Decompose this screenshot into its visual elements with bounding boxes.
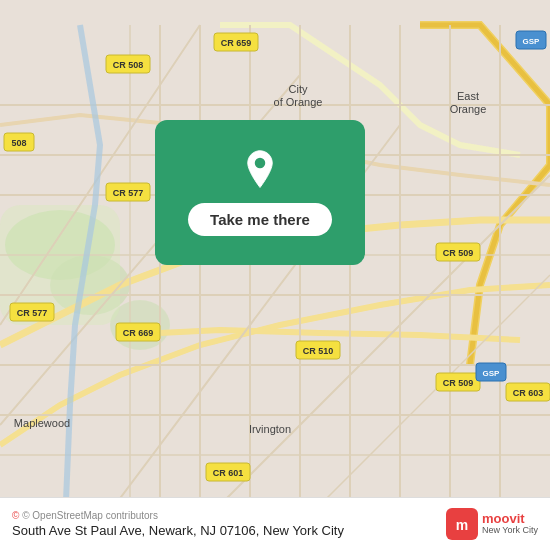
svg-text:GSP: GSP <box>483 369 501 378</box>
svg-text:of Orange: of Orange <box>274 96 323 108</box>
svg-text:CR 508: CR 508 <box>113 60 144 70</box>
svg-text:CR 659: CR 659 <box>221 38 252 48</box>
svg-text:Irvington: Irvington <box>249 423 291 435</box>
svg-text:CR 510: CR 510 <box>303 346 334 356</box>
svg-point-54 <box>255 158 266 169</box>
svg-text:Orange: Orange <box>450 103 487 115</box>
svg-text:CR 509: CR 509 <box>443 378 474 388</box>
svg-text:m: m <box>456 517 468 533</box>
svg-text:GSP: GSP <box>523 37 541 46</box>
svg-text:East: East <box>457 90 479 102</box>
map-svg: CR 659 CR 508 508 GSP CR 577 CR 577 CR 6… <box>0 0 550 550</box>
moovit-brand-name: moovit <box>482 512 538 526</box>
address-text: South Ave St Paul Ave, Newark, NJ 07106,… <box>12 523 446 538</box>
svg-text:CR 603: CR 603 <box>513 388 544 398</box>
svg-text:City: City <box>289 83 308 95</box>
svg-text:Maplewood: Maplewood <box>14 417 70 429</box>
copyright-symbol: © <box>12 510 19 521</box>
moovit-city: New York City <box>482 526 538 536</box>
map-container: CR 659 CR 508 508 GSP CR 577 CR 577 CR 6… <box>0 0 550 550</box>
svg-text:CR 577: CR 577 <box>17 308 48 318</box>
svg-text:508: 508 <box>11 138 26 148</box>
moovit-text-block: moovit New York City <box>482 512 538 536</box>
svg-text:CR 577: CR 577 <box>113 188 144 198</box>
bottom-bar: © © OpenStreetMap contributors South Ave… <box>0 497 550 550</box>
svg-text:CR 601: CR 601 <box>213 468 244 478</box>
location-pin-icon <box>239 149 281 191</box>
moovit-icon: m <box>446 508 478 540</box>
svg-text:CR 509: CR 509 <box>443 248 474 258</box>
take-me-there-button[interactable]: Take me there <box>188 203 332 236</box>
osm-credit: © © OpenStreetMap contributors <box>12 510 446 521</box>
osm-credit-text: © OpenStreetMap contributors <box>22 510 158 521</box>
moovit-logo: m moovit New York City <box>446 508 538 540</box>
address-section: © © OpenStreetMap contributors South Ave… <box>12 510 446 538</box>
action-card: Take me there <box>155 120 365 265</box>
svg-text:CR 669: CR 669 <box>123 328 154 338</box>
